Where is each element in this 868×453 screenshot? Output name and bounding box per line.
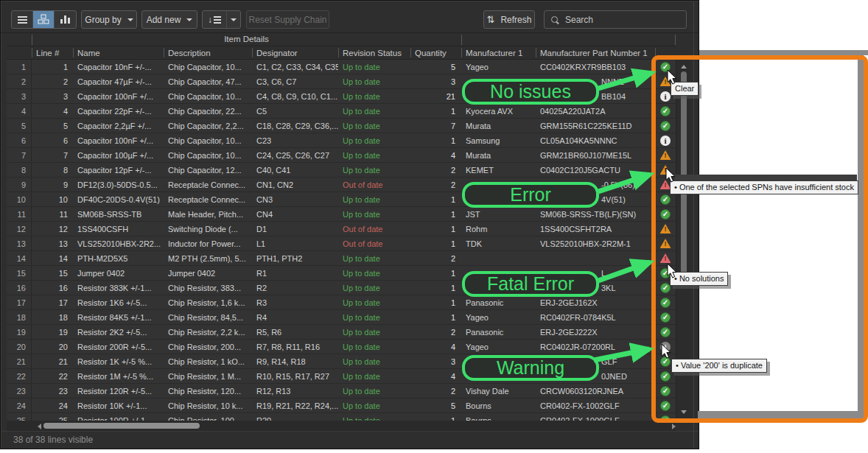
designator-cell: C23 [252, 133, 338, 147]
name-cell: Resistor 1K6 +/-5... [73, 295, 164, 309]
line-number-cell: 23 [32, 384, 73, 398]
column-header-name[interactable]: Name [73, 46, 164, 59]
table-row[interactable]: 2525Resistor 100R +/-1...Chip Resistor, … [7, 413, 676, 421]
line-number-cell: 8 [32, 163, 73, 177]
column-header-manufacturer-part-number-1[interactable]: Manufacturer Part Number 1 [536, 46, 655, 59]
column-header-quantity[interactable]: Quantity [410, 46, 461, 59]
add-new-button[interactable]: Add new [141, 10, 197, 29]
table-row[interactable]: 1818Resistor 84K5 +/-1...Chip Resistor, … [7, 310, 676, 325]
row-index-cell: 10 [7, 192, 32, 206]
revision-status-cell: Up to date [338, 266, 410, 280]
group-by-button[interactable]: Group by [81, 10, 137, 29]
manufacturer-cell: KEMET [461, 163, 536, 177]
revision-status-cell: Up to date [338, 60, 410, 74]
designator-cell: C40, C41 [252, 163, 338, 177]
bom-view-button[interactable] [33, 11, 55, 28]
mpn-cell: CRCW0603120RJNEA [536, 384, 655, 398]
table-row[interactable]: 66Capacitor 100nF +/...Chip Capacitor, 1… [7, 133, 676, 148]
name-cell: Resistor 1M +/-5 %... [73, 369, 164, 383]
name-cell: Resistor 383K +/-1... [73, 281, 164, 295]
row-index-cell: 13 [7, 236, 32, 250]
revision-status-cell: Up to date [338, 74, 410, 88]
mpn-cell: CR0402-FX-1002GLF [536, 398, 655, 412]
table-row[interactable]: 88Capacitor 12pF +/-...Chip Capacitor, 1… [7, 163, 676, 178]
table-row[interactable]: 77Capacitor 100µF +/...Chip Capacitor, 1… [7, 148, 676, 163]
mpn-cell: 1SS400CSFHT2RA [536, 222, 655, 236]
manufacturer-cell [461, 251, 536, 265]
table-row[interactable]: 1919Resistor 2K2 +/-5...Chip Resistor, 2… [7, 325, 676, 340]
line-number-cell: 19 [32, 325, 73, 339]
designator-cell: CN1, CN2 [252, 178, 338, 192]
line-number-cell: 25 [32, 413, 73, 421]
line-number-cell: 16 [32, 281, 73, 295]
mpn-cell: CC0402KRX7R9BB103 [536, 60, 655, 74]
name-cell: Jumper 0402 [73, 266, 164, 280]
description-cell: Chip Capacitor, 47... [164, 74, 252, 88]
revision-status-cell: Up to date [338, 340, 410, 354]
description-cell: Chip Capacitor, 10... [164, 148, 252, 162]
manufacturer-cell: Murata [461, 148, 536, 162]
scroll-left-arrow[interactable] [38, 424, 41, 429]
row-index-cell: 14 [7, 251, 32, 265]
table-row[interactable]: 2020Resistor 200R +/-5...Chip Resistor, … [7, 340, 676, 354]
column-header-line-[interactable]: Line # [32, 46, 73, 59]
table-row[interactable]: 1717Resistor 1K6 +/-5...Chip Resistor, 1… [7, 295, 676, 310]
table-row[interactable]: 2424Resistor 10K +/-1...Chip Resistor, 1… [7, 398, 676, 413]
column-header-revision-status[interactable]: Revision Status [338, 46, 410, 59]
name-cell: PTH-M2D5X5 [73, 251, 164, 265]
horizontal-scrollbar[interactable] [7, 421, 676, 431]
group-header-row: Item Details [7, 33, 676, 46]
reset-supply-chain-label: Reset Supply Chain [248, 15, 326, 25]
column-header-manufacturer-1[interactable]: Manufacturer 1 [461, 46, 536, 59]
description-cell: Chip Capacitor, 12... [164, 163, 252, 177]
mpn-cell: GRM21BR60J107ME15L [536, 148, 655, 162]
hamburger-icon [18, 16, 27, 24]
column-header-designator[interactable]: Designator [252, 46, 338, 59]
revision-status-cell: Out of date [338, 178, 410, 192]
view-button-group [11, 10, 77, 29]
column-header-description[interactable]: Description [164, 46, 252, 59]
designator-cell: R10, R15, R17, R27 [252, 369, 338, 383]
row-index-cell: 3 [7, 89, 32, 103]
description-cell: Jumper 0402 [164, 266, 252, 280]
table-row[interactable]: 12121SS400CSFHSwitching Diode (...D1Out … [7, 222, 676, 236]
table-row[interactable]: 1111SM06B-SRSS-TBMale Header, Pitch...CN… [7, 207, 676, 222]
revision-status-cell: Up to date [338, 207, 410, 221]
white-panel-top-border [699, 50, 868, 55]
quantity-cell: 1 [410, 413, 461, 421]
horizontal-scroll-thumb[interactable] [43, 423, 200, 429]
row-index-cell: 18 [7, 310, 32, 324]
column-header-gutter [7, 46, 32, 59]
name-cell: Resistor 84K5 +/-1... [73, 310, 164, 324]
flat-list-view-button[interactable] [12, 11, 33, 28]
table-row[interactable]: 55Capacitor 2,2µF +/...Chip Capacitor, 2… [7, 119, 676, 133]
toolbar: Group by Add new ↓ Reset Supply Chain ⇅R… [1, 1, 699, 33]
reset-supply-chain-button[interactable]: Reset Supply Chain [246, 10, 329, 29]
table-row[interactable]: 2323Resistor 120R +/-5...Chip Resistor, … [7, 384, 676, 398]
table-row[interactable]: 1414PTH-M2D5X5M2 PTH (2.5mm), 5...PTH1, … [7, 251, 676, 266]
sort-split-button[interactable]: ↓ [202, 10, 241, 29]
refresh-button[interactable]: ⇅Refresh [483, 10, 535, 29]
table-row[interactable]: 11Capacitor 10nF +/-...Chip Capacitor, 1… [7, 60, 676, 74]
scroll-right-arrow[interactable] [672, 424, 676, 429]
revision-status-cell: Up to date [338, 384, 410, 398]
quantity-cell: 1 [410, 133, 461, 147]
group-by-label: Group by [85, 15, 121, 25]
description-cell: Chip Capacitor, 22... [164, 104, 252, 118]
chart-view-button[interactable] [55, 11, 76, 28]
row-index-cell: 19 [7, 325, 32, 339]
table-row[interactable]: 1313VLS252010HBX-2R2...Inductor for Powe… [7, 236, 676, 251]
designator-cell: C18, C28, C29, C36,... [252, 119, 338, 133]
row-index-cell: 24 [7, 398, 32, 412]
designator-cell: C4, C8, C9, C10, C1... [252, 89, 338, 103]
search-input[interactable]: Search [544, 10, 687, 29]
quantity-cell: 1 [410, 192, 461, 206]
table-row[interactable]: 44Capacitor 22pF +/-...Chip Capacitor, 2… [7, 104, 676, 119]
revision-status-cell: Up to date [338, 119, 410, 133]
designator-cell: R1 [252, 266, 338, 280]
manufacturer-cell: Yageo [461, 310, 536, 324]
manufacturer-cell: TDK [461, 236, 536, 250]
name-cell: Capacitor 12pF +/-... [73, 163, 164, 177]
status-bar: 38 of 38 lines visible [1, 431, 699, 449]
description-cell: Receptacle Connec... [164, 178, 252, 192]
